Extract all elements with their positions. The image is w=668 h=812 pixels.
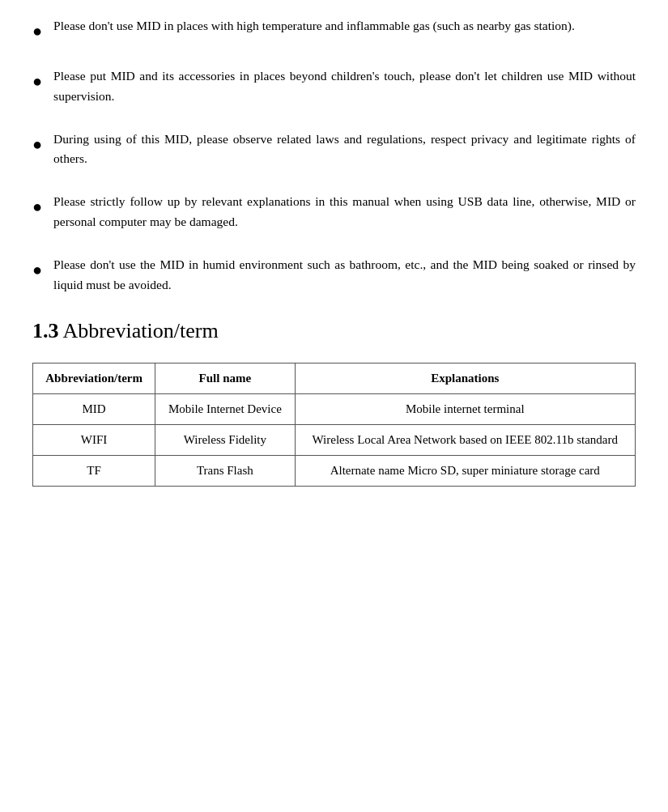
bullet-item-1: ● Please don't use MID in places with hi… bbox=[32, 16, 636, 44]
section-title: Abbreviation/term bbox=[63, 319, 219, 342]
bullet-text-1: Please don't use MID in places with high… bbox=[53, 16, 575, 36]
col-header-fullname: Full name bbox=[155, 363, 295, 394]
table-row-wifi: WIFI Wireless Fidelity Wireless Local Ar… bbox=[33, 425, 636, 456]
bullet-item-2: ● Please put MID and its accessories in … bbox=[32, 66, 636, 107]
table-row-mid: MID Mobile Internet Device Mobile intern… bbox=[33, 394, 636, 425]
fullname-mid: Mobile Internet Device bbox=[155, 394, 295, 425]
col-header-explanation: Explanations bbox=[295, 363, 635, 394]
explanation-mid: Mobile internet terminal bbox=[295, 394, 635, 425]
col-header-abbr: Abbreviation/term bbox=[33, 363, 155, 394]
table-header-row: Abbreviation/term Full name Explanations bbox=[33, 363, 636, 394]
abbr-mid: MID bbox=[33, 394, 155, 425]
abbreviation-table: Abbreviation/term Full name Explanations… bbox=[32, 363, 636, 487]
section-number: 1.3 bbox=[32, 319, 59, 342]
abbr-wifi: WIFI bbox=[33, 425, 155, 456]
abbr-tf: TF bbox=[33, 456, 155, 487]
bullet-dot-2: ● bbox=[32, 68, 42, 94]
bullet-text-3: During using of this MID, please observe… bbox=[53, 130, 636, 170]
bullet-dot-3: ● bbox=[32, 131, 42, 157]
fullname-wifi: Wireless Fidelity bbox=[155, 425, 295, 456]
bullet-text-4: Please strictly follow up by relevant ex… bbox=[53, 192, 636, 232]
bullet-list: ● Please don't use MID in places with hi… bbox=[32, 16, 636, 295]
bullet-text-2: Please put MID and its accessories in pl… bbox=[53, 66, 636, 107]
fullname-tf: Trans Flash bbox=[155, 456, 295, 487]
bullet-item-4: ● Please strictly follow up by relevant … bbox=[32, 192, 636, 232]
section-heading: 1.3 Abbreviation/term bbox=[32, 319, 636, 343]
explanation-wifi: Wireless Local Area Network based on IEE… bbox=[295, 425, 635, 456]
bullet-item-3: ● During using of this MID, please obser… bbox=[32, 130, 636, 170]
explanation-tf: Alternate name Micro SD, super miniature… bbox=[295, 456, 635, 487]
bullet-item-5: ● Please don't use the MID in humid envi… bbox=[32, 255, 636, 295]
table-row-tf: TF Trans Flash Alternate name Micro SD, … bbox=[33, 456, 636, 487]
bullet-dot-1: ● bbox=[32, 18, 42, 44]
bullet-text-5: Please don't use the MID in humid enviro… bbox=[53, 255, 636, 295]
bullet-dot-4: ● bbox=[32, 193, 42, 219]
bullet-dot-5: ● bbox=[32, 257, 42, 283]
